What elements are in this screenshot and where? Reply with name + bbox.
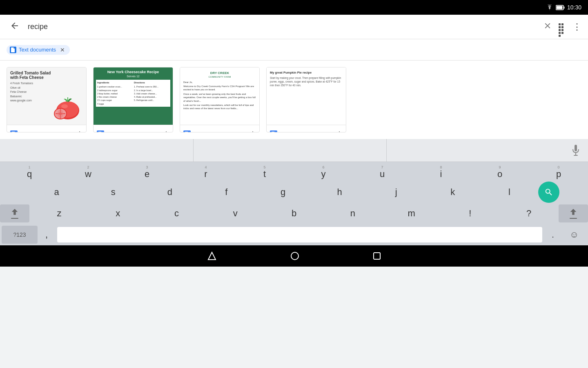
kb-row-3: z x c v b n m ! ?	[0, 203, 588, 224]
clear-search-button[interactable]	[543, 21, 552, 32]
toolbar-section-1	[0, 139, 194, 162]
key-z[interactable]: z	[30, 204, 88, 222]
toolbar-section-3	[387, 139, 588, 162]
key-f[interactable]: f	[198, 183, 254, 201]
kb-row-1: 1q 2w 3e 4r 5t 6y 7u 8i 9o 0p	[0, 164, 588, 182]
card-more-3[interactable]: ⋮	[249, 130, 256, 132]
key-o[interactable]: 9o	[470, 164, 529, 182]
text-documents-filter-chip[interactable]: Text documents ✕	[7, 45, 70, 55]
card-thumb-4: My great Pumpkin Pie recipe Start by mak…	[267, 67, 346, 125]
period-key[interactable]: .	[544, 230, 562, 240]
key-a[interactable]: a	[29, 183, 85, 201]
key-h[interactable]: h	[312, 183, 368, 201]
card-thumb-3: DRY CREEK COMMUNITY FARM Dear Jo, Welcom…	[180, 67, 259, 125]
svg-rect-20	[575, 153, 576, 155]
card-title-1: A Delicio...recipe	[20, 131, 74, 133]
key-exclaim[interactable]: !	[441, 204, 499, 222]
view-toggle-button[interactable]	[559, 23, 566, 31]
svg-point-23	[291, 252, 298, 260]
card1-title: Grilled Tomato Saladwith Feta Cheese	[10, 71, 83, 80]
comma-key[interactable]: ,	[38, 226, 56, 244]
key-k[interactable]: k	[425, 183, 481, 201]
doc-icon-1	[10, 130, 18, 133]
key-u[interactable]: 7u	[353, 164, 412, 182]
key-m[interactable]: m	[383, 204, 441, 222]
key-q[interactable]: 1q	[0, 164, 59, 182]
key-s[interactable]: s	[85, 183, 141, 201]
card-footer-2: Recipe - Striped ⋮	[94, 125, 173, 132]
key-e[interactable]: 3e	[118, 164, 176, 182]
doc-icon-3	[183, 130, 191, 133]
microphone-icon[interactable]	[572, 145, 580, 156]
card-title-2: Recipe - Striped	[107, 131, 160, 133]
card2-header: New York Cheesecake RecipeServes 12	[96, 70, 170, 78]
key-v[interactable]: v	[206, 204, 264, 222]
filter-chip-close[interactable]: ✕	[60, 47, 65, 53]
card4-header: My great Pumpkin Pie recipe	[270, 71, 343, 74]
result-card-4[interactable]: My great Pumpkin Pie recipe Start by mak…	[266, 67, 346, 132]
spacebar[interactable]	[57, 227, 542, 242]
card-thumb-2: New York Cheesecake RecipeServes 12 Ingr…	[94, 67, 173, 125]
search-bar: ⋮	[0, 15, 588, 39]
card-title-4: Pumpkin Pie	[280, 131, 334, 133]
toolbar-section-2	[194, 139, 387, 162]
search-actions: ⋮	[543, 21, 581, 32]
key-j[interactable]: j	[368, 183, 424, 201]
status-bar: 10:30	[0, 0, 588, 15]
nav-bar	[0, 245, 588, 267]
battery-icon	[556, 5, 565, 10]
status-time: 10:30	[567, 4, 581, 11]
card3-header: DRY CREEK	[183, 71, 256, 75]
filter-bar: Text documents ✕	[0, 39, 588, 61]
search-input[interactable]	[28, 22, 538, 31]
doc-chip-icon	[10, 47, 16, 53]
back-nav-button[interactable]	[207, 251, 217, 261]
svg-rect-4	[12, 50, 14, 51]
doc-icon-4	[270, 130, 277, 133]
svg-rect-24	[374, 253, 380, 259]
results-area: Grilled Tomato Saladwith Feta Cheese 4 F…	[0, 61, 588, 139]
more-options-button[interactable]: ⋮	[572, 22, 581, 32]
svg-rect-2	[564, 7, 564, 9]
key-w[interactable]: 2w	[59, 164, 118, 182]
card-more-4[interactable]: ⋮	[336, 130, 343, 132]
key-question[interactable]: ?	[500, 204, 558, 222]
card-more-2[interactable]: ⋮	[163, 130, 169, 132]
shift-right-button[interactable]	[559, 204, 588, 222]
home-nav-button[interactable]	[290, 251, 299, 260]
key-c[interactable]: c	[148, 204, 206, 222]
key-g[interactable]: g	[255, 183, 311, 201]
key-p[interactable]: 0p	[529, 164, 588, 182]
emoji-button[interactable]: ☺	[562, 229, 586, 240]
key-d[interactable]: d	[142, 183, 198, 201]
shift-left-button[interactable]	[0, 204, 29, 222]
card-title-3: Welcome Letter	[193, 131, 247, 133]
back-button[interactable]	[7, 18, 23, 36]
card-footer-3: Welcome Letter ⋮	[180, 125, 259, 132]
recents-nav-button[interactable]	[373, 252, 381, 260]
result-card-3[interactable]: DRY CREEK COMMUNITY FARM Dear Jo, Welcom…	[180, 67, 260, 132]
key-r[interactable]: 4r	[176, 164, 235, 182]
svg-rect-19	[575, 145, 577, 151]
filter-chip-label: Text documents	[19, 47, 56, 53]
result-card-2[interactable]: New York Cheesecake RecipeServes 12 Ingr…	[93, 67, 173, 132]
key-t[interactable]: 5t	[235, 164, 294, 182]
key-i[interactable]: 8i	[412, 164, 470, 182]
symbols-button[interactable]: ?123	[2, 226, 38, 244]
card-more-1[interactable]: ⋮	[76, 130, 83, 132]
toolbar-area	[0, 139, 588, 162]
card-thumb-1: Grilled Tomato Saladwith Feta Cheese 4 F…	[7, 67, 86, 125]
key-x[interactable]: x	[89, 204, 147, 222]
card-footer-1: A Delicio...recipe ⋮	[7, 125, 86, 132]
result-card-1[interactable]: Grilled Tomato Saladwith Feta Cheese 4 F…	[7, 67, 87, 132]
key-n[interactable]: n	[324, 204, 382, 222]
doc-icon-2	[97, 130, 104, 133]
svg-point-7	[61, 104, 68, 108]
svg-rect-3	[12, 49, 15, 50]
key-y[interactable]: 6y	[294, 164, 353, 182]
keyboard: 1q 2w 3e 4r 5t 6y 7u 8i 9o 0p a s d f g …	[0, 162, 588, 245]
svg-rect-1	[556, 6, 562, 9]
key-l[interactable]: l	[481, 183, 537, 201]
key-b[interactable]: b	[265, 204, 323, 222]
search-enter-button[interactable]	[538, 182, 559, 203]
